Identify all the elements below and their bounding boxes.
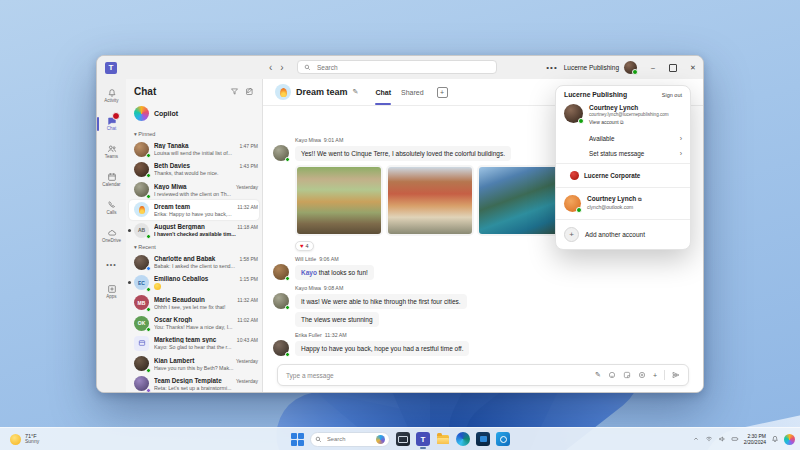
rail-item-calls[interactable]: Calls — [97, 194, 126, 222]
compose-box[interactable]: Type a message ✎ + — [277, 364, 689, 386]
filter-icon[interactable] — [230, 87, 239, 96]
copilot-entry[interactable]: Copilot — [126, 102, 262, 127]
store-icon[interactable] — [476, 432, 490, 446]
new-chat-icon[interactable] — [245, 87, 254, 96]
weather-condition: Sunny — [25, 439, 39, 445]
org-badge-item[interactable]: Lucerne Corporate — [556, 166, 690, 185]
presence-available-dot — [146, 194, 151, 199]
secondary-account[interactable]: Courtney Lynch ⧉ clynch@outlook.com — [556, 190, 690, 217]
search-highlights-icon — [376, 435, 385, 444]
rail-item-more[interactable]: ••• — [97, 250, 126, 278]
chat-list-item-beth-davies[interactable]: Beth Davies1:43 PM Thanks, that would be… — [126, 159, 262, 179]
account-email: courtney.lynch@lucernepublishing.com — [589, 112, 669, 117]
outlook-icon[interactable] — [496, 432, 510, 446]
people-icon — [107, 144, 117, 154]
sticker-icon[interactable] — [623, 371, 631, 379]
message-bubble: The views were stunning — [295, 312, 379, 327]
avatar: EC — [134, 275, 149, 290]
photo-cinque-terre-3[interactable] — [477, 165, 565, 236]
presence-available-dot — [285, 157, 290, 162]
battery-icon[interactable] — [731, 435, 739, 443]
flame-icon — [139, 206, 145, 214]
rail-item-onedrive[interactable]: OneDrive — [97, 222, 126, 250]
reaction-chip[interactable]: ♥ 4 — [295, 241, 314, 251]
edge-icon[interactable] — [456, 432, 470, 446]
volume-icon[interactable] — [718, 435, 726, 443]
chat-list-item-oscar-krogh[interactable]: OK Oscar Krogh11:02 AM You: Thanks! Have… — [126, 313, 262, 333]
taskbar-teams-icon[interactable]: T — [416, 432, 430, 446]
chat-list-item-charlotte-and-babak[interactable]: Charlotte and Babak1:58 PM Babak: I aske… — [126, 252, 262, 272]
close-button[interactable]: ✕ — [683, 56, 703, 79]
avatar — [273, 340, 289, 356]
attach-plus-icon[interactable]: + — [653, 372, 657, 379]
rail-item-teams[interactable]: Teams — [97, 138, 126, 166]
status-message-menu-item[interactable]: Set status message› — [556, 146, 690, 161]
presence-available-dot — [146, 327, 151, 332]
sign-out-link[interactable]: Sign out — [662, 92, 682, 98]
maximize-button[interactable] — [663, 56, 683, 79]
start-button[interactable] — [291, 433, 304, 446]
notification-bell-icon[interactable] — [771, 435, 779, 443]
account-menu-org: Lucerne Publishing — [564, 91, 662, 98]
app-search-box[interactable] — [297, 60, 497, 74]
primary-account[interactable]: Courtney Lynch courtney.lynch@lucernepub… — [556, 100, 690, 131]
chat-list-item-kayo-miwa[interactable]: Kayo MiwaYesterday I reviewed with the c… — [126, 180, 262, 200]
taskbar-clock[interactable]: 2:30 PM 2/20/2024 — [744, 433, 766, 445]
hidden-icons-chevron[interactable] — [692, 435, 700, 443]
tab-shared[interactable]: Shared — [401, 79, 424, 105]
message-bubble: It was! We were able to hike through the… — [295, 294, 467, 309]
back-icon[interactable]: ‹ — [269, 63, 272, 73]
app-search-input[interactable] — [315, 63, 490, 72]
chat-list-item-dream-team[interactable]: Dream team11:32 AM Erika: Happy to have … — [129, 200, 259, 220]
chat-list-item-emiliano-ceballos[interactable]: EC Emiliano Ceballos1:15 PM — [126, 273, 262, 293]
app-rail: Activity Chat Teams Calendar Call — [97, 79, 126, 393]
heart-icon: ♥ — [300, 243, 304, 249]
add-tab-icon[interactable]: + — [437, 87, 448, 98]
rail-item-chat[interactable]: Chat — [97, 110, 126, 138]
send-icon[interactable] — [672, 371, 680, 379]
loop-icon[interactable] — [638, 371, 646, 379]
account-avatar[interactable] — [624, 61, 637, 74]
presence-dot — [146, 388, 151, 393]
chat-list-item-marie-beaudouin[interactable]: MB Marie Beaudouin11:32 AM Ohhh I see, y… — [126, 293, 262, 313]
add-account-item[interactable]: + Add another account — [556, 222, 690, 249]
rail-item-calendar[interactable]: Calendar — [97, 166, 126, 194]
mention[interactable]: Kayo — [301, 269, 317, 276]
chat-list-item-ray-tanaka[interactable]: Ray Tanaka1:47 PM Louisa will send the i… — [126, 139, 262, 159]
taskbar-search-input[interactable] — [325, 435, 373, 443]
divider — [556, 187, 690, 188]
message-sender: Will Little — [295, 256, 316, 262]
weather-widget[interactable]: 71°F Sunny — [10, 433, 39, 445]
file-explorer-icon[interactable] — [436, 432, 450, 446]
settings-more-icon[interactable]: ••• — [540, 63, 563, 72]
tab-chat[interactable]: Chat — [375, 79, 391, 105]
search-icon — [304, 64, 311, 71]
photo-cinque-terre-2[interactable] — [386, 165, 474, 236]
rail-item-apps[interactable]: Apps — [97, 278, 126, 306]
presence-menu-item[interactable]: Available› — [556, 131, 690, 146]
chat-list-item-august-bergman[interactable]: AB August Bergman11:18 AM I haven't chec… — [126, 220, 262, 240]
wifi-icon[interactable] — [705, 435, 713, 443]
section-pinned[interactable]: ▾ Pinned — [126, 127, 262, 139]
rail-item-activity[interactable]: Activity — [97, 82, 126, 110]
chat-list-item-team-design-template[interactable]: Team Design TemplateYesterday Reta: Let'… — [126, 374, 262, 393]
emoji-icon[interactable] — [608, 371, 616, 379]
rename-chat-icon[interactable]: ✎ — [353, 88, 359, 96]
compose-placeholder[interactable]: Type a message — [286, 372, 595, 379]
copilot-taskbar-icon[interactable] — [784, 434, 795, 445]
add-person-icon: + — [564, 227, 579, 242]
presence-available-dot — [146, 287, 151, 292]
message-erika-fuller: Erika Fuller 11:32 AM Happy to have you … — [273, 332, 689, 356]
taskbar-search-box[interactable] — [310, 432, 390, 447]
reaction-count: 4 — [306, 243, 309, 249]
forward-icon[interactable]: › — [280, 63, 283, 73]
task-view-button[interactable] — [396, 432, 410, 446]
chevron-right-icon: › — [680, 150, 682, 157]
chat-list-item-marketing-team-sync[interactable]: Marketing team sync10:43 AM Kayo: So gla… — [126, 333, 262, 353]
photo-cinque-terre-1[interactable] — [295, 165, 383, 236]
section-recent[interactable]: ▾ Recent — [126, 240, 262, 252]
chat-list-item-kian-lambert[interactable]: Kian LambertYesterday Have you run this … — [126, 354, 262, 374]
minimize-button[interactable]: – — [643, 56, 663, 79]
format-icon[interactable]: ✎ — [595, 371, 601, 379]
avatar — [273, 145, 289, 161]
